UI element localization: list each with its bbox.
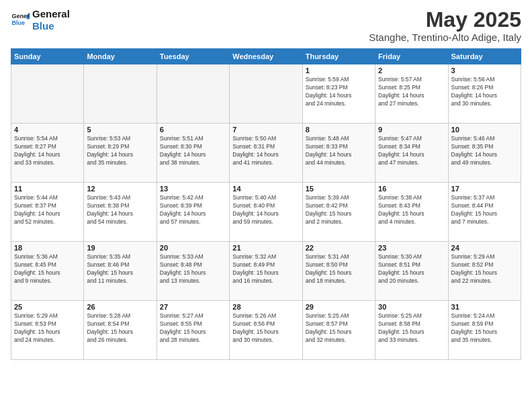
calendar-cell: 6Sunrise: 5:51 AMSunset: 8:30 PMDaylight… xyxy=(157,124,229,183)
calendar-cell: 20Sunrise: 5:33 AMSunset: 8:48 PMDayligh… xyxy=(157,242,229,301)
title-block: May 2025 Stanghe, Trentino-Alto Adige, I… xyxy=(369,8,521,43)
day-info: Sunrise: 5:37 AMSunset: 8:44 PMDaylight:… xyxy=(451,194,518,226)
day-info: Sunrise: 5:59 AMSunset: 8:23 PMDaylight:… xyxy=(306,76,372,108)
day-info: Sunrise: 5:33 AMSunset: 8:48 PMDaylight:… xyxy=(160,253,226,285)
day-info: Sunrise: 5:36 AMSunset: 8:45 PMDaylight:… xyxy=(14,253,81,285)
day-number: 10 xyxy=(451,126,518,134)
day-info: Sunrise: 5:26 AMSunset: 8:56 PMDaylight:… xyxy=(232,312,299,345)
day-info: Sunrise: 5:29 AMSunset: 8:53 PMDaylight:… xyxy=(14,312,81,345)
day-info: Sunrise: 5:39 AMSunset: 8:42 PMDaylight:… xyxy=(306,194,372,226)
calendar-cell: 31Sunrise: 5:24 AMSunset: 8:59 PMDayligh… xyxy=(448,301,521,360)
logo-icon: General Blue xyxy=(11,11,30,30)
day-number: 23 xyxy=(378,244,445,252)
logo-text-general: General xyxy=(32,8,70,20)
day-number: 26 xyxy=(87,303,153,311)
svg-text:Blue: Blue xyxy=(11,19,25,26)
day-info: Sunrise: 5:48 AMSunset: 8:33 PMDaylight:… xyxy=(306,135,372,167)
calendar-cell: 29Sunrise: 5:25 AMSunset: 8:57 PMDayligh… xyxy=(302,301,375,360)
day-info: Sunrise: 5:38 AMSunset: 8:43 PMDaylight:… xyxy=(378,194,445,226)
header-sunday: Sunday xyxy=(11,49,84,64)
calendar-cell: 18Sunrise: 5:36 AMSunset: 8:45 PMDayligh… xyxy=(11,242,84,301)
header-thursday: Thursday xyxy=(302,49,375,64)
week-row-3: 11Sunrise: 5:44 AMSunset: 8:37 PMDayligh… xyxy=(11,183,521,242)
day-info: Sunrise: 5:43 AMSunset: 8:38 PMDaylight:… xyxy=(87,194,153,226)
calendar-cell: 7Sunrise: 5:50 AMSunset: 8:31 PMDaylight… xyxy=(230,124,302,183)
week-row-4: 18Sunrise: 5:36 AMSunset: 8:45 PMDayligh… xyxy=(11,242,521,301)
day-info: Sunrise: 5:57 AMSunset: 8:25 PMDaylight:… xyxy=(378,76,445,108)
week-row-1: 1Sunrise: 5:59 AMSunset: 8:23 PMDaylight… xyxy=(11,64,521,124)
calendar-cell: 1Sunrise: 5:59 AMSunset: 8:23 PMDaylight… xyxy=(302,64,375,124)
calendar-cell: 8Sunrise: 5:48 AMSunset: 8:33 PMDaylight… xyxy=(302,124,375,183)
logo: General Blue General Blue xyxy=(11,8,70,32)
day-number: 30 xyxy=(378,303,445,311)
day-info: Sunrise: 5:44 AMSunset: 8:37 PMDaylight:… xyxy=(14,194,81,226)
day-number: 9 xyxy=(378,126,445,134)
calendar-cell: 21Sunrise: 5:32 AMSunset: 8:49 PMDayligh… xyxy=(230,242,302,301)
day-info: Sunrise: 5:31 AMSunset: 8:50 PMDaylight:… xyxy=(306,253,372,285)
calendar-cell: 23Sunrise: 5:30 AMSunset: 8:51 PMDayligh… xyxy=(375,242,448,301)
calendar-cell xyxy=(230,64,302,124)
day-info: Sunrise: 5:35 AMSunset: 8:46 PMDaylight:… xyxy=(87,253,153,285)
day-number: 16 xyxy=(378,185,445,193)
day-info: Sunrise: 5:25 AMSunset: 8:57 PMDaylight:… xyxy=(306,312,372,345)
day-number: 2 xyxy=(378,66,445,75)
calendar-cell: 25Sunrise: 5:29 AMSunset: 8:53 PMDayligh… xyxy=(11,301,84,360)
calendar-cell: 2Sunrise: 5:57 AMSunset: 8:25 PMDaylight… xyxy=(375,64,448,124)
calendar-cell: 13Sunrise: 5:42 AMSunset: 8:39 PMDayligh… xyxy=(157,183,229,242)
calendar-cell xyxy=(11,64,84,124)
day-number: 25 xyxy=(14,303,81,311)
calendar-cell: 17Sunrise: 5:37 AMSunset: 8:44 PMDayligh… xyxy=(448,183,521,242)
header-tuesday: Tuesday xyxy=(157,49,229,64)
day-number: 4 xyxy=(14,126,81,134)
day-number: 27 xyxy=(160,303,226,311)
day-number: 12 xyxy=(87,185,153,193)
calendar-cell: 28Sunrise: 5:26 AMSunset: 8:56 PMDayligh… xyxy=(230,301,302,360)
day-number: 29 xyxy=(306,303,372,311)
location-title: Stanghe, Trentino-Alto Adige, Italy xyxy=(369,32,521,43)
calendar-cell: 16Sunrise: 5:38 AMSunset: 8:43 PMDayligh… xyxy=(375,183,448,242)
calendar-cell: 11Sunrise: 5:44 AMSunset: 8:37 PMDayligh… xyxy=(11,183,84,242)
day-number: 21 xyxy=(232,244,299,252)
day-info: Sunrise: 5:28 AMSunset: 8:54 PMDaylight:… xyxy=(87,312,153,345)
calendar-cell: 5Sunrise: 5:53 AMSunset: 8:29 PMDaylight… xyxy=(84,124,157,183)
calendar-cell: 15Sunrise: 5:39 AMSunset: 8:42 PMDayligh… xyxy=(302,183,375,242)
day-number: 17 xyxy=(451,185,518,193)
day-number: 18 xyxy=(14,244,81,252)
month-title: May 2025 xyxy=(369,8,521,32)
calendar-cell: 10Sunrise: 5:46 AMSunset: 8:35 PMDayligh… xyxy=(448,124,521,183)
calendar-cell xyxy=(157,64,229,124)
day-info: Sunrise: 5:53 AMSunset: 8:29 PMDaylight:… xyxy=(87,135,153,167)
week-row-2: 4Sunrise: 5:54 AMSunset: 8:27 PMDaylight… xyxy=(11,124,521,183)
calendar-cell xyxy=(84,64,157,124)
day-number: 8 xyxy=(306,126,372,134)
day-number: 1 xyxy=(306,66,372,75)
calendar-cell: 9Sunrise: 5:47 AMSunset: 8:34 PMDaylight… xyxy=(375,124,448,183)
calendar-cell: 3Sunrise: 5:56 AMSunset: 8:26 PMDaylight… xyxy=(448,64,521,124)
day-info: Sunrise: 5:40 AMSunset: 8:40 PMDaylight:… xyxy=(232,194,299,226)
day-info: Sunrise: 5:50 AMSunset: 8:31 PMDaylight:… xyxy=(232,135,299,167)
header-monday: Monday xyxy=(84,49,157,64)
calendar-cell: 19Sunrise: 5:35 AMSunset: 8:46 PMDayligh… xyxy=(84,242,157,301)
day-info: Sunrise: 5:46 AMSunset: 8:35 PMDaylight:… xyxy=(451,135,518,167)
day-number: 28 xyxy=(232,303,299,311)
header-wednesday: Wednesday xyxy=(230,49,302,64)
calendar-cell: 4Sunrise: 5:54 AMSunset: 8:27 PMDaylight… xyxy=(11,124,84,183)
day-info: Sunrise: 5:54 AMSunset: 8:27 PMDaylight:… xyxy=(14,135,81,167)
calendar-cell: 26Sunrise: 5:28 AMSunset: 8:54 PMDayligh… xyxy=(84,301,157,360)
day-number: 6 xyxy=(160,126,226,134)
calendar-table: SundayMondayTuesdayWednesdayThursdayFrid… xyxy=(11,48,521,360)
day-number: 20 xyxy=(160,244,226,252)
day-number: 15 xyxy=(306,185,372,193)
logo-text-blue: Blue xyxy=(32,20,70,32)
day-info: Sunrise: 5:42 AMSunset: 8:39 PMDaylight:… xyxy=(160,194,226,226)
header-row: SundayMondayTuesdayWednesdayThursdayFrid… xyxy=(11,49,521,64)
calendar-cell: 24Sunrise: 5:29 AMSunset: 8:52 PMDayligh… xyxy=(448,242,521,301)
day-number: 22 xyxy=(306,244,372,252)
day-number: 11 xyxy=(14,185,81,193)
calendar-cell: 27Sunrise: 5:27 AMSunset: 8:55 PMDayligh… xyxy=(157,301,229,360)
calendar-cell: 14Sunrise: 5:40 AMSunset: 8:40 PMDayligh… xyxy=(230,183,302,242)
header-friday: Friday xyxy=(375,49,448,64)
day-number: 31 xyxy=(451,303,518,311)
day-number: 13 xyxy=(160,185,226,193)
header-saturday: Saturday xyxy=(448,49,521,64)
